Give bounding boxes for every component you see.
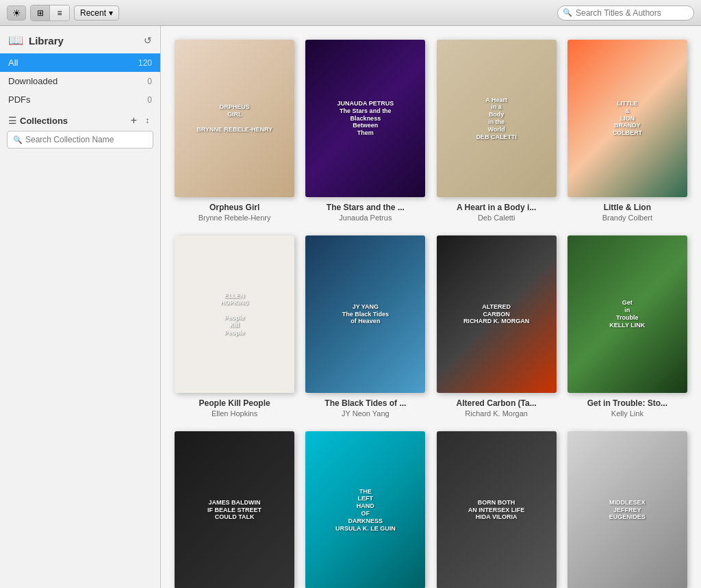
search-input[interactable] xyxy=(557,5,694,21)
book-author-altered-carbon: Richard K. Morgan xyxy=(465,409,528,418)
book-item-get-in-trouble[interactable]: Get in Trouble KELLY LINKGet in Trouble:… xyxy=(568,235,687,418)
main-layout: 📖 Library ↺ All 120 Downloaded 0 PDFs 0 … xyxy=(0,26,701,588)
collections-label: Collections xyxy=(20,116,125,126)
book-cover-black-tides: JY YANG The Black Tides of Heaven xyxy=(305,235,425,393)
content-area: ORPHEUS GIRL BRYNNE REBELE-HENRYOrpheus … xyxy=(161,26,701,588)
book-title-get-in-trouble: Get in Trouble: Sto... xyxy=(587,398,667,408)
books-grid: ORPHEUS GIRL BRYNNE REBELE-HENRYOrpheus … xyxy=(175,40,687,588)
book-title-black-tides: The Black Tides of ... xyxy=(324,398,406,408)
book-item-little-lion[interactable]: LITTLE & LION BRANDY COLBERTLittle & Lio… xyxy=(568,40,687,222)
refresh-icon[interactable]: ↺ xyxy=(144,35,152,46)
collection-search-icon: 🔍 xyxy=(13,136,23,144)
collections-section-header: ☰ Collections + ↕ xyxy=(0,109,160,131)
book-cover-heart-in-body: A Heart in a Body in the World DEB CALET… xyxy=(437,40,557,197)
sort-dropdown[interactable]: Recent ▾ xyxy=(74,5,119,21)
book-cover-middlesex: MIDDLESEX JEFFREY EUGENIDES xyxy=(568,431,687,588)
view-toggle: ⊞ ≡ xyxy=(30,5,70,21)
book-cover-beale-street: JAMES BALDWIN IF BEALE STREET COULD TALK xyxy=(175,431,294,588)
cover-text-black-tides: JY YANG The Black Tides of Heaven xyxy=(340,301,392,328)
library-title: Library xyxy=(29,35,138,47)
book-author-heart-in-body: Deb Caletti xyxy=(478,214,515,222)
cover-text-heart-in-body: A Heart in a Body in the World DEB CALET… xyxy=(473,94,520,144)
book-author-black-tides: JY Neon Yang xyxy=(342,409,390,418)
sort-collections-btn[interactable]: ↕ xyxy=(142,116,152,125)
book-item-orpheus-girl[interactable]: ORPHEUS GIRL BRYNNE REBELE-HENRYOrpheus … xyxy=(175,40,294,222)
sidebar: 📖 Library ↺ All 120 Downloaded 0 PDFs 0 … xyxy=(0,26,161,588)
toolbar: ☀ ⊞ ≡ Recent ▾ 🔍 xyxy=(0,0,701,26)
sun-icon-btn[interactable]: ☀ xyxy=(7,5,26,21)
book-cover-get-in-trouble: Get in Trouble KELLY LINK xyxy=(568,235,687,393)
library-icon: 📖 xyxy=(8,33,23,48)
book-cover-stars-blackness: JUNAUDA PETRUS The Stars and the Blackne… xyxy=(305,40,425,197)
book-item-born-both[interactable]: BORN BOTH AN INTERSEX LIFE HIDA VILORIAB… xyxy=(437,431,557,588)
book-cover-left-hand-darkness: THE LEFT HAND OF DARKNESS URSULA K. LE G… xyxy=(305,431,425,588)
add-collection-btn[interactable]: + xyxy=(128,114,140,127)
cover-text-middlesex: MIDDLESEX JEFFREY EUGENIDES xyxy=(607,496,648,524)
list-view-btn[interactable]: ≡ xyxy=(50,5,69,21)
cover-text-stars-blackness: JUNAUDA PETRUS The Stars and the Blackne… xyxy=(335,97,397,140)
book-title-heart-in-body: A Heart in a Body i... xyxy=(457,203,536,212)
book-author-people-kill-people: Ellen Hopkins xyxy=(212,409,257,418)
book-cover-born-both: BORN BOTH AN INTERSEX LIFE HIDA VILORIA xyxy=(437,431,557,588)
book-item-people-kill-people[interactable]: ELLEN HOPKINS People Kill PeoplePeople K… xyxy=(175,235,294,418)
book-title-stars-blackness: The Stars and the ... xyxy=(327,203,405,212)
cover-text-beale-street: JAMES BALDWIN IF BEALE STREET COULD TALK xyxy=(205,496,264,524)
collections-icon: ☰ xyxy=(8,115,17,126)
book-item-altered-carbon[interactable]: ALTERED CARBON RICHARD K. MORGANAltered … xyxy=(437,235,557,418)
sidebar-item-downloaded[interactable]: Downloaded 0 xyxy=(0,72,160,90)
cover-text-orpheus-girl: ORPHEUS GIRL BRYNNE REBELE-HENRY xyxy=(194,101,275,136)
collection-search-input[interactable] xyxy=(25,135,147,144)
book-cover-altered-carbon: ALTERED CARBON RICHARD K. MORGAN xyxy=(437,235,557,393)
book-title-altered-carbon: Altered Carbon (Ta... xyxy=(457,398,537,408)
cover-text-get-in-trouble: Get in Trouble KELLY LINK xyxy=(607,296,648,331)
sidebar-item-pdfs[interactable]: PDFs 0 xyxy=(0,90,160,109)
cover-text-altered-carbon: ALTERED CARBON RICHARD K. MORGAN xyxy=(461,301,533,328)
sort-label: Recent xyxy=(80,8,106,18)
sidebar-header: 📖 Library ↺ xyxy=(0,26,160,53)
book-author-get-in-trouble: Kelly Link xyxy=(611,409,643,418)
grid-view-btn[interactable]: ⊞ xyxy=(31,5,50,21)
book-cover-little-lion: LITTLE & LION BRANDY COLBERT xyxy=(568,40,687,197)
cover-text-people-kill-people: ELLEN HOPKINS People Kill People xyxy=(218,290,251,340)
chevron-down-icon: ▾ xyxy=(109,8,113,18)
sidebar-item-all[interactable]: All 120 xyxy=(0,53,160,72)
book-title-people-kill-people: People Kill People xyxy=(199,398,270,408)
book-cover-people-kill-people: ELLEN HOPKINS People Kill People xyxy=(175,235,294,393)
cover-text-born-both: BORN BOTH AN INTERSEX LIFE HIDA VILORIA xyxy=(466,496,528,524)
book-title-orpheus-girl: Orpheus Girl xyxy=(209,203,259,212)
cover-text-left-hand-darkness: THE LEFT HAND OF DARKNESS URSULA K. LE G… xyxy=(333,485,398,535)
book-cover-orpheus-girl: ORPHEUS GIRL BRYNNE REBELE-HENRY xyxy=(175,40,294,197)
book-item-heart-in-body[interactable]: A Heart in a Body in the World DEB CALET… xyxy=(437,40,557,222)
book-author-stars-blackness: Junauda Petrus xyxy=(339,214,392,222)
collection-search-box: 🔍 xyxy=(7,131,153,149)
book-title-little-lion: Little & Lion xyxy=(604,203,651,212)
search-wrapper: 🔍 xyxy=(557,5,694,21)
book-item-black-tides[interactable]: JY YANG The Black Tides of HeavenThe Bla… xyxy=(305,235,425,418)
book-author-orpheus-girl: Brynne Rebele-Henry xyxy=(199,214,271,222)
cover-text-little-lion: LITTLE & LION BRANDY COLBERT xyxy=(610,97,646,140)
book-item-stars-blackness[interactable]: JUNAUDA PETRUS The Stars and the Blackne… xyxy=(305,40,425,222)
book-item-middlesex[interactable]: MIDDLESEX JEFFREY EUGENIDESMiddlesex: A … xyxy=(568,431,687,588)
book-author-little-lion: Brandy Colbert xyxy=(602,214,652,222)
book-item-left-hand-darkness[interactable]: THE LEFT HAND OF DARKNESS URSULA K. LE G… xyxy=(305,431,425,588)
book-item-beale-street[interactable]: JAMES BALDWIN IF BEALE STREET COULD TALK… xyxy=(175,431,294,588)
